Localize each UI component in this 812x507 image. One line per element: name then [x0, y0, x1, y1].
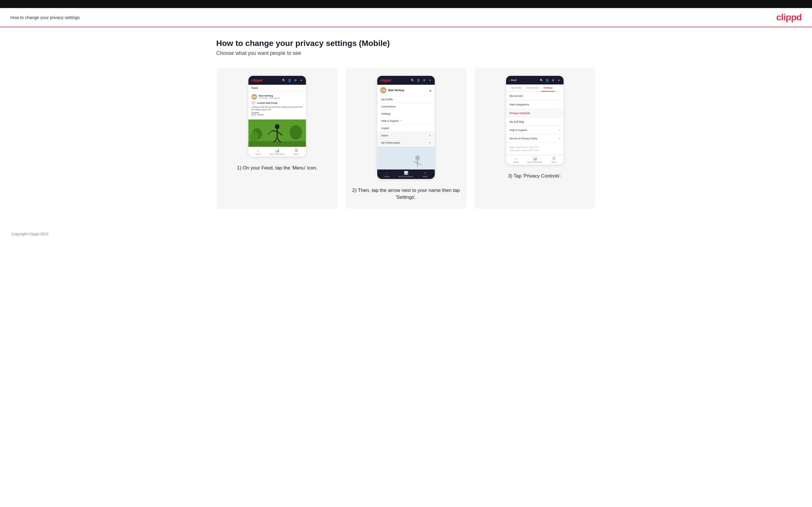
phone3-icons: 🔍 👤 ⚙ ▾: [540, 78, 561, 82]
tab-settings[interactable]: Settings: [541, 84, 555, 92]
dropdown-help-support[interactable]: Help & Support ↗: [377, 117, 435, 125]
back-chevron-icon: ‹: [509, 79, 510, 82]
step3-description: 3) Tap 'Privacy Controls'.: [508, 173, 562, 179]
breadcrumb: How to change your privacy settings: [10, 15, 80, 20]
back-button[interactable]: ‹ Back: [509, 79, 517, 82]
settings-icon-3[interactable]: ⚙: [551, 78, 555, 82]
feed-item: BM Blair McHarg Yesterday · Birmingham L…: [248, 92, 306, 119]
svg-point-11: [250, 131, 258, 142]
page-heading: How to change your privacy settings (Mob…: [216, 39, 596, 48]
menu-icon-3: ☰: [552, 157, 556, 161]
logo: clippd: [776, 12, 802, 23]
nav-menu-1[interactable]: ☰ Menu: [287, 149, 306, 155]
header: How to change your privacy settings clip…: [0, 8, 812, 27]
dropdown-logout[interactable]: Logout: [377, 125, 435, 132]
phone3-bottom-nav: ⌂ Home 📊 My Performance ☰ Menu: [506, 155, 564, 165]
svg-point-10: [290, 125, 302, 139]
dropdown-user-row[interactable]: BM Blair McHarg ▲: [377, 85, 435, 96]
step-1-card: clippd 🔍 👤 ⚙ ▾ Feed BM: [217, 68, 338, 209]
settings-data-integrations[interactable]: Data Integrations ›: [506, 100, 564, 109]
external-link-icon-3: ↗: [558, 137, 560, 140]
chevron-right-icon-3: ›: [559, 94, 560, 97]
dropdown-nav-section: Home ▾ My Performance ▾: [377, 132, 435, 147]
tab-my-profile[interactable]: My Profile: [509, 84, 524, 92]
step2-description: 2) Then, tap the arrow next to your name…: [351, 187, 461, 201]
feed-duration: Duration 01 hr : 30 min: [251, 112, 303, 116]
settings-help-support[interactable]: Help & Support ↗: [506, 126, 564, 134]
feed-avatar: BM: [251, 94, 257, 100]
user-icon-3[interactable]: 👤: [545, 78, 549, 82]
dropdown-settings[interactable]: Settings: [377, 110, 435, 117]
settings-list: My Account › Data Integrations › Privacy…: [506, 92, 564, 155]
user-icon[interactable]: 👤: [288, 78, 292, 82]
home-icon: ⌂: [257, 149, 259, 153]
golf-image: [248, 119, 306, 147]
chart-icon: 📊: [275, 149, 280, 153]
nav-home-2[interactable]: ⌂ Home: [377, 171, 397, 177]
step-3-card: ‹ Back 🔍 👤 ⚙ ▾ My Profile Connections Se…: [474, 68, 595, 209]
dropdown-my-profile[interactable]: My Profile: [377, 96, 435, 103]
settings-privacy-controls[interactable]: Privacy Controls ›: [506, 109, 564, 117]
steps-container: clippd 🔍 👤 ⚙ ▾ Feed BM: [216, 68, 596, 209]
external-link-icon: ↗: [400, 120, 402, 122]
phone3-header: ‹ Back 🔍 👤 ⚙ ▾: [506, 76, 564, 84]
main-content: How to change your privacy settings (Mob…: [205, 27, 607, 226]
settings-icon[interactable]: ⚙: [293, 78, 297, 82]
search-icon-2[interactable]: 🔍: [411, 78, 415, 82]
settings-service-privacy[interactable]: Service & Privacy Policy ↗: [506, 134, 564, 143]
dropdown-nav-performance[interactable]: My Performance ▾: [377, 139, 435, 147]
phone1-logo: clippd: [251, 78, 262, 82]
tab-connections[interactable]: Connections: [524, 84, 541, 92]
chart-icon-3: 📊: [533, 157, 537, 161]
phone-mockup-3: ‹ Back 🔍 👤 ⚙ ▾ My Profile Connections Se…: [506, 76, 564, 165]
footer: Copyright Clippd 2022: [0, 226, 812, 242]
dropdown-connections[interactable]: Connections: [377, 103, 435, 110]
nav-menu-2-close[interactable]: ✕ Menu: [415, 171, 435, 177]
settings-my-account[interactable]: My Account ›: [506, 92, 564, 100]
feed-username: Blair McHarg: [259, 95, 280, 97]
nav-performance-1[interactable]: 📊 My Performance: [268, 149, 287, 155]
chevron-down-icon-2[interactable]: ▾: [428, 78, 432, 82]
phone2-icons: 🔍 👤 ⚙ ▾: [411, 78, 432, 82]
phone2-header: clippd 🔍 👤 ⚙ ▾: [377, 76, 435, 85]
phone1-icons: 🔍 👤 ⚙ ▾: [282, 78, 303, 82]
chevron-down-icon-3[interactable]: ▾: [557, 78, 561, 82]
nav-performance-2[interactable]: 📊 My Performance: [397, 171, 416, 177]
phone-mockup-1: clippd 🔍 👤 ⚙ ▾ Feed BM: [248, 76, 306, 157]
phone3-tabs: My Profile Connections Settings: [506, 84, 564, 92]
search-icon-3[interactable]: 🔍: [540, 78, 544, 82]
user-icon-2[interactable]: 👤: [416, 78, 420, 82]
chevron-right-icon-4: ›: [559, 103, 560, 106]
feed-desc: Looking to feel like my hands are exitin…: [251, 106, 303, 111]
dropdown-nav-home[interactable]: Home ▾: [377, 132, 435, 139]
dropdown-menu: BM Blair McHarg ▲ My Profile Connections…: [377, 85, 435, 132]
nav-menu-3[interactable]: ☰ Menu: [544, 157, 564, 163]
settings-version: Clippd Client Version: 2022.8.3-3 GQL Se…: [506, 143, 564, 155]
dropdown-chevron-icon: ▲: [429, 89, 432, 92]
chevron-right-icon-2: ▾: [429, 141, 431, 144]
step1-description: 1) On your Feed, tap the 'Menu' icon.: [237, 165, 317, 171]
svg-point-2: [275, 124, 280, 129]
svg-rect-12: [377, 147, 435, 169]
nav-home-1[interactable]: ⌂ Home: [248, 149, 268, 155]
lesson-icon: [251, 101, 255, 105]
phone2-logo: clippd: [380, 78, 391, 82]
dropdown-avatar: BM: [380, 87, 387, 93]
chevron-right-icon-6: ›: [559, 120, 560, 123]
svg-rect-1: [248, 141, 306, 147]
copyright: Copyright Clippd 2022: [11, 232, 49, 236]
nav-performance-3[interactable]: 📊 My Performance: [525, 157, 545, 163]
chart-icon-2: 📊: [404, 171, 408, 175]
top-bar: [0, 0, 812, 8]
step-2-card: clippd 🔍 👤 ⚙ ▾ BM Blair McHarg: [346, 68, 466, 209]
chevron-right-icon-5: ›: [559, 111, 560, 115]
menu-icon: ☰: [295, 149, 298, 153]
settings-my-golf-bag[interactable]: My Golf Bag ›: [506, 117, 564, 126]
svg-point-13: [415, 155, 420, 161]
chevron-down-icon[interactable]: ▾: [299, 78, 303, 82]
phone1-header: clippd 🔍 👤 ⚙ ▾: [248, 76, 306, 85]
search-icon[interactable]: 🔍: [282, 78, 286, 82]
phone1-bottom-nav: ⌂ Home 📊 My Performance ☰ Menu: [248, 147, 306, 157]
settings-icon-2[interactable]: ⚙: [422, 78, 426, 82]
nav-home-3[interactable]: ⌂ Home: [506, 157, 525, 163]
